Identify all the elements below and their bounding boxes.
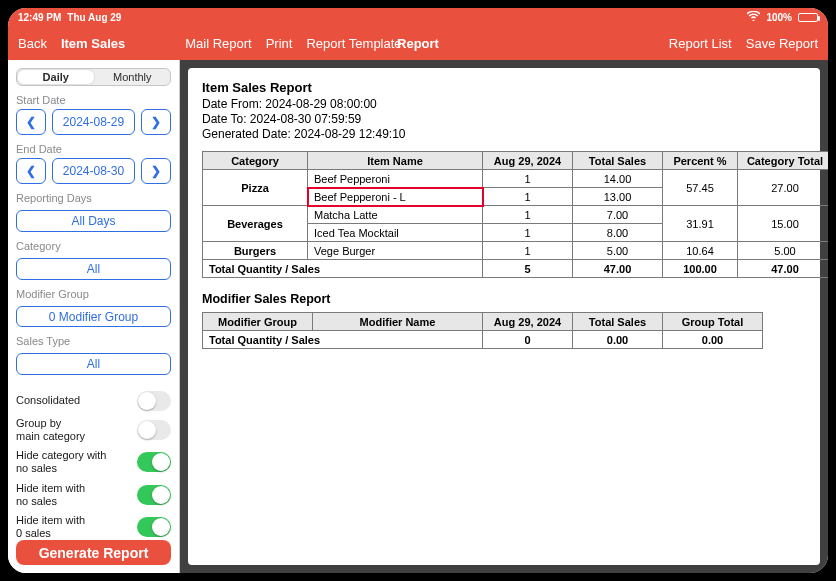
toggle-consolidated[interactable] [137, 391, 171, 411]
cell-category: Burgers [203, 242, 308, 260]
cell-qty: 1 [483, 206, 573, 224]
mod-col-name: Modifier Name [313, 313, 483, 331]
cell-category: Beverages [203, 206, 308, 242]
cell-percent: 10.64 [663, 242, 738, 260]
mod-total-row: Total Quantity / Sales 0 0.00 0.00 [203, 331, 763, 349]
cell-category: Pizza [203, 170, 308, 206]
cell-item: Beef Pepperoni - L [308, 188, 483, 206]
col-cat-total: Category Total [738, 152, 829, 170]
mod-col-total: Total Sales [573, 313, 663, 331]
report-date-from: Date From: 2024-08-29 08:00:00 [202, 97, 806, 111]
cell-item: Beef Pepperoni [308, 170, 483, 188]
toggle-group-main[interactable] [137, 420, 171, 440]
start-date-field[interactable]: 2024-08-29 [52, 109, 135, 135]
table-row: BurgersVege Burger15.0010.645.00 [203, 242, 829, 260]
toggle-hide-cat[interactable] [137, 452, 171, 472]
cell-item: Vege Burger [308, 242, 483, 260]
report-generated: Generated Date: 2024-08-29 12:49:10 [202, 127, 806, 141]
table-header-row: Category Item Name Aug 29, 2024 Total Sa… [203, 152, 829, 170]
sales-type-label: Sales Type [16, 335, 171, 347]
report-viewport[interactable]: Item Sales Report Date From: 2024-08-29 … [180, 60, 828, 573]
status-time: 12:49 PM [18, 12, 61, 23]
cell-total: 8.00 [573, 224, 663, 242]
toggle-hide-item-nosales[interactable] [137, 485, 171, 505]
toggle-hide-cat-label: Hide category with no sales [16, 449, 107, 475]
status-date: Thu Aug 29 [67, 12, 121, 23]
end-date-field[interactable]: 2024-08-30 [52, 158, 135, 184]
col-item: Item Name [308, 152, 483, 170]
end-date-prev[interactable]: ❮ [16, 158, 46, 184]
period-segmented[interactable]: Daily Monthly [16, 68, 171, 86]
cell-item: Matcha Latte [308, 206, 483, 224]
category-select[interactable]: All [16, 258, 171, 280]
category-label: Category [16, 240, 171, 252]
total-sales: 47.00 [573, 260, 663, 278]
mod-col-group: Modifier Group [203, 313, 313, 331]
table-row: PizzaBeef Pepperoni114.0057.4527.00 [203, 170, 829, 188]
modifier-sales-table: Modifier Group Modifier Name Aug 29, 202… [202, 312, 763, 349]
content: Daily Monthly Start Date ❮ 2024-08-29 ❯ … [8, 60, 828, 573]
col-total: Total Sales [573, 152, 663, 170]
mod-total-label: Total Quantity / Sales [203, 331, 483, 349]
segment-daily[interactable]: Daily [18, 70, 94, 84]
sidebar: Daily Monthly Start Date ❮ 2024-08-29 ❯ … [8, 60, 180, 573]
toggle-hide-item-zero-label: Hide item with 0 sales [16, 514, 85, 540]
print-button[interactable]: Print [266, 36, 293, 51]
device-frame: 12:49 PM Thu Aug 29 100% Back Item Sales… [0, 0, 836, 581]
page-title: Item Sales [61, 36, 125, 51]
report-title: Item Sales Report [202, 80, 806, 95]
segment-monthly[interactable]: Monthly [95, 69, 171, 85]
cell-total: 5.00 [573, 242, 663, 260]
cell-item: Iced Tea Mocktail [308, 224, 483, 242]
battery-percent: 100% [766, 12, 792, 23]
total-label: Total Quantity / Sales [203, 260, 483, 278]
col-date1: Aug 29, 2024 [483, 152, 573, 170]
item-sales-table: Category Item Name Aug 29, 2024 Total Sa… [202, 151, 828, 278]
mod-col-date1: Aug 29, 2024 [483, 313, 573, 331]
cell-percent: 57.45 [663, 170, 738, 206]
status-bar: 12:49 PM Thu Aug 29 100% [8, 8, 828, 26]
mod-total-sales: 0.00 [573, 331, 663, 349]
report-list-button[interactable]: Report List [669, 36, 732, 51]
start-date-next[interactable]: ❯ [141, 109, 171, 135]
report-template-button[interactable]: Report Template [306, 36, 401, 51]
end-date-next[interactable]: ❯ [141, 158, 171, 184]
total-ctot: 47.00 [738, 260, 829, 278]
back-button[interactable]: Back [18, 36, 47, 51]
start-date-label: Start Date [16, 94, 171, 106]
modifier-group-select[interactable]: 0 Modifier Group [16, 306, 171, 328]
sales-type-select[interactable]: All [16, 353, 171, 375]
total-pct: 100.00 [663, 260, 738, 278]
cell-cat-total: 27.00 [738, 170, 829, 206]
mod-total-qty: 0 [483, 331, 573, 349]
total-qty: 5 [483, 260, 573, 278]
cell-qty: 1 [483, 224, 573, 242]
cell-total: 13.00 [573, 188, 663, 206]
cell-percent: 31.91 [663, 206, 738, 242]
toggle-hide-item-zero[interactable] [137, 517, 171, 537]
cell-qty: 1 [483, 170, 573, 188]
toggle-consolidated-label: Consolidated [16, 394, 80, 407]
screen: 12:49 PM Thu Aug 29 100% Back Item Sales… [8, 8, 828, 573]
table-row: BeveragesMatcha Latte17.0031.9115.00 [203, 206, 829, 224]
cell-qty: 1 [483, 188, 573, 206]
report-date-to: Date To: 2024-08-30 07:59:59 [202, 112, 806, 126]
reporting-days-label: Reporting Days [16, 192, 171, 204]
cell-qty: 1 [483, 242, 573, 260]
wifi-icon [747, 11, 760, 23]
battery-icon [798, 13, 818, 22]
report-paper: Item Sales Report Date From: 2024-08-29 … [188, 68, 820, 565]
end-date-label: End Date [16, 143, 171, 155]
mod-header-row: Modifier Group Modifier Name Aug 29, 202… [203, 313, 763, 331]
reporting-days-select[interactable]: All Days [16, 210, 171, 232]
toggle-group-main-label: Group by main category [16, 417, 85, 443]
cell-cat-total: 15.00 [738, 206, 829, 242]
mail-report-button[interactable]: Mail Report [185, 36, 251, 51]
toggle-hide-item-nosales-label: Hide item with no sales [16, 482, 85, 508]
col-percent: Percent % [663, 152, 738, 170]
modifier-report-title: Modifier Sales Report [202, 292, 806, 306]
start-date-prev[interactable]: ❮ [16, 109, 46, 135]
cell-total: 14.00 [573, 170, 663, 188]
save-report-button[interactable]: Save Report [746, 36, 818, 51]
generate-report-button[interactable]: Generate Report [16, 540, 171, 565]
